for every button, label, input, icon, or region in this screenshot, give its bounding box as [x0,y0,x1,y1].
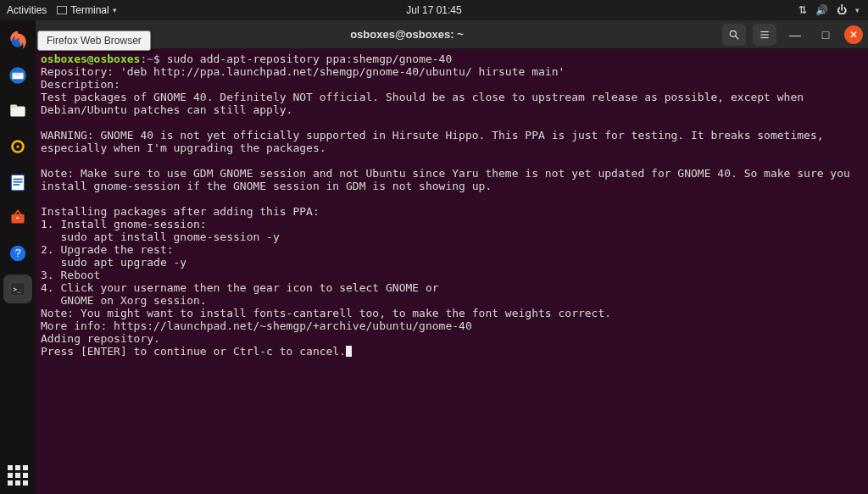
firefox-icon[interactable] [3,25,32,54]
volume-icon: 🔊 [815,4,828,16]
svg-rect-12 [11,214,24,224]
show-applications-icon[interactable] [0,465,36,486]
clock[interactable]: Jul 17 01:45 [406,4,461,16]
dock-tooltip: Firefox Web Browser [37,31,151,51]
titlebar: osboxes@osboxes: ~ — □ ✕ [36,20,868,49]
app-menu[interactable]: Terminal ▾ [57,4,116,16]
chevron-down-icon: ▾ [113,6,117,14]
app-menu-label: Terminal [70,4,108,16]
activities-button[interactable]: Activities [7,4,47,16]
svg-text:>_: >_ [14,286,22,293]
ubuntu-software-icon[interactable] [3,203,32,232]
svg-point-6 [16,145,19,147]
svg-rect-10 [14,181,23,183]
terminal-panel-icon [57,6,67,14]
dock: ? >_ [0,20,36,494]
svg-rect-3 [10,104,17,108]
top-panel: Activities Terminal ▾ Jul 17 01:45 ⇅ 🔊 ⏻… [0,0,868,20]
terminal-icon[interactable]: >_ [3,275,32,303]
help-icon[interactable]: ? [3,239,32,268]
terminal-body[interactable]: osboxes@osboxes:~$ sudo add-apt-reposito… [36,49,868,494]
svg-point-17 [730,31,736,36]
close-button[interactable]: ✕ [844,25,863,44]
thunderbird-icon[interactable] [3,61,32,90]
files-icon[interactable] [3,97,32,125]
terminal-window: osboxes@osboxes: ~ — □ ✕ osboxes@osboxes… [36,20,868,494]
hamburger-menu-button[interactable] [753,24,776,46]
tooltip-text: Firefox Web Browser [47,35,142,47]
status-area[interactable]: ⇅ 🔊 ⏻ ▾ [798,4,868,16]
libreoffice-writer-icon[interactable] [3,168,32,197]
search-button[interactable] [722,24,746,46]
network-icon: ⇅ [798,4,807,16]
window-title: osboxes@osboxes: ~ [97,28,717,41]
svg-line-18 [736,36,739,39]
rhythmbox-icon[interactable] [3,132,32,161]
svg-rect-9 [14,179,23,180]
svg-rect-11 [14,184,20,186]
chevron-down-icon: ▾ [855,6,860,14]
svg-text:?: ? [14,247,20,259]
minimize-button[interactable]: — [783,24,807,46]
maximize-button[interactable]: □ [814,24,837,46]
power-icon: ⏻ [837,4,847,16]
